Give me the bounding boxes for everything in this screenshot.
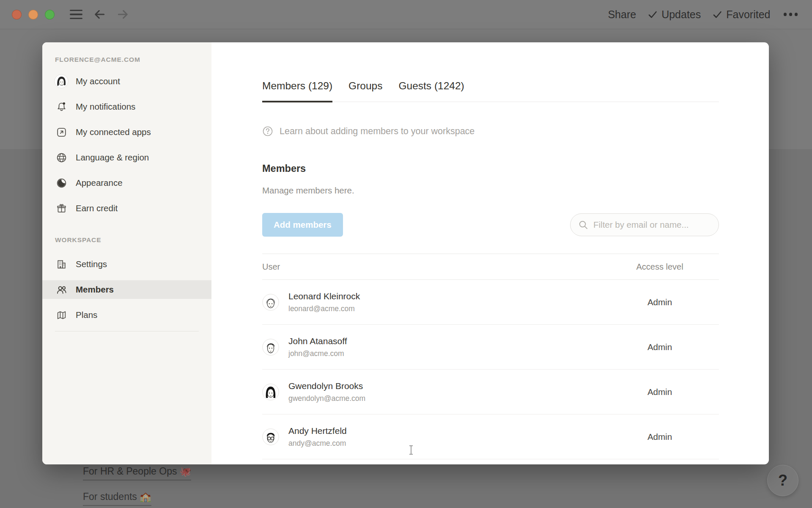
access-level-value[interactable]: Admin (601, 432, 719, 442)
avatar (262, 294, 279, 311)
question-circle-icon (262, 126, 273, 137)
tab-bar: Members (129) Groups Guests (1242) (262, 42, 719, 102)
sidebar-item-settings[interactable]: Settings (42, 255, 211, 273)
sidebar-item-label: Appearance (76, 178, 123, 188)
user-name: Gwendolyn Brooks (288, 381, 601, 392)
close-window-button[interactable] (12, 10, 22, 19)
user-info: John Atanasoff john@acme.com (288, 336, 601, 358)
settings-modal: FLORENCE@ACME.COM My account My notifica… (42, 42, 769, 464)
updates-button[interactable]: Updates (647, 8, 701, 21)
user-email: leonard@acme.com (288, 304, 601, 313)
user-email: andy@acme.com (288, 439, 601, 448)
building-icon (56, 259, 67, 270)
sidebar-item-label: My account (76, 76, 120, 86)
minimize-window-button[interactable] (28, 10, 38, 19)
sidebar-item-earn-credit[interactable]: Earn credit (42, 199, 211, 218)
table-row[interactable]: Leonard Kleinrock leonard@acme.com Admin (262, 280, 719, 325)
bg-link-students[interactable]: For students 🏫 (83, 491, 151, 506)
zoom-window-button[interactable] (45, 10, 55, 19)
bg-link-label: For students (83, 491, 137, 502)
search-icon (578, 220, 588, 230)
check-icon (647, 9, 658, 19)
filter-input[interactable] (593, 220, 711, 230)
table-header: User Access level (262, 254, 719, 280)
members-table: User Access level Leonard Kleinrock leon… (262, 254, 719, 459)
text-cursor (411, 445, 411, 455)
sidebar-item-label: Language & region (76, 152, 149, 163)
workspace-section-header: WORKSPACE (55, 235, 211, 245)
octopus-emoji: 🐙 (180, 466, 191, 477)
sidebar-item-language-region[interactable]: Language & region (42, 148, 211, 167)
table-row[interactable]: Gwendolyn Brooks gwendolyn@acme.com Admi… (262, 370, 719, 414)
check-icon (712, 9, 722, 19)
traffic-lights (12, 10, 55, 19)
menu-icon[interactable] (70, 10, 82, 19)
favorited-button[interactable]: Favorited (712, 8, 770, 21)
user-info: Leonard Kleinrock leonard@acme.com (288, 291, 601, 313)
sidebar-item-label: Settings (76, 259, 107, 269)
connected-apps-icon (56, 127, 67, 138)
members-page: Members (129) Groups Guests (1242) Learn… (211, 42, 769, 464)
sidebar-item-plans[interactable]: Plans (42, 306, 211, 324)
sidebar-item-my-connected-apps[interactable]: My connected apps (42, 123, 211, 141)
sidebar-item-label: My connected apps (76, 127, 151, 137)
tab-groups[interactable]: Groups (348, 80, 382, 102)
back-icon[interactable] (93, 8, 106, 21)
sidebar-item-label: My notifications (76, 102, 135, 112)
bell-icon (56, 101, 67, 113)
settings-sidebar: FLORENCE@ACME.COM My account My notifica… (42, 42, 211, 464)
forward-icon[interactable] (116, 8, 130, 21)
user-avatar-icon (54, 74, 69, 88)
share-button[interactable]: Share (608, 8, 636, 21)
section-title: Members (262, 162, 719, 175)
school-emoji: 🏫 (140, 491, 151, 502)
sidebar-item-my-notifications[interactable]: My notifications (42, 97, 211, 116)
table-row[interactable]: Andy Hertzfeld andy@acme.com Admin (262, 414, 719, 459)
account-section-header: FLORENCE@ACME.COM (55, 55, 211, 64)
user-email: john@acme.com (288, 349, 601, 358)
learn-link[interactable]: Learn about adding members to your works… (262, 126, 475, 137)
user-name: Leonard Kleinrock (288, 291, 601, 302)
help-button[interactable]: ? (767, 465, 798, 496)
gift-icon (56, 203, 67, 214)
access-level-value[interactable]: Admin (601, 297, 719, 307)
members-toolbar: Add members (262, 213, 719, 237)
avatar (262, 428, 279, 445)
user-name: John Atanasoff (288, 336, 601, 347)
share-label: Share (608, 8, 636, 21)
user-info: Andy Hertzfeld andy@acme.com (288, 425, 601, 448)
sidebar-item-members[interactable]: Members (42, 280, 211, 299)
add-members-button[interactable]: Add members (262, 213, 343, 237)
filter-field[interactable] (570, 213, 719, 236)
sidebar-item-label: Plans (76, 310, 97, 320)
section-subtitle: Manage members here. (262, 185, 719, 196)
map-icon (56, 309, 67, 321)
column-header-access-level: Access level (601, 262, 719, 272)
avatar (262, 339, 279, 356)
sidebar-item-appearance[interactable]: Appearance (42, 174, 211, 192)
bg-link-label: For HR & People Ops (83, 466, 177, 477)
table-row[interactable]: John Atanasoff john@acme.com Admin (262, 325, 719, 370)
sidebar-divider (55, 331, 199, 331)
learn-link-label: Learn about adding members to your works… (280, 126, 475, 137)
sidebar-item-label: Members (76, 284, 114, 295)
access-level-value[interactable]: Admin (601, 387, 719, 397)
sidebar-item-my-account[interactable]: My account (42, 72, 211, 91)
user-name: Andy Hertzfeld (288, 425, 601, 436)
sidebar-item-label: Earn credit (76, 203, 118, 213)
avatar (262, 384, 279, 400)
favorited-label: Favorited (726, 8, 770, 21)
window-titlebar: Share Updates Favorited (0, 0, 812, 29)
user-email: gwendolyn@acme.com (288, 394, 601, 403)
column-header-user: User (262, 262, 601, 272)
access-level-value[interactable]: Admin (601, 342, 719, 352)
people-icon (56, 284, 67, 295)
bg-link-hr-people-ops[interactable]: For HR & People Ops 🐙 (83, 466, 191, 480)
moon-icon (56, 177, 67, 189)
tab-members[interactable]: Members (129) (262, 80, 332, 102)
more-options-icon[interactable] (784, 13, 798, 16)
updates-label: Updates (661, 8, 701, 21)
globe-icon (56, 152, 67, 163)
user-info: Gwendolyn Brooks gwendolyn@acme.com (288, 381, 601, 403)
tab-guests[interactable]: Guests (1242) (398, 80, 464, 102)
